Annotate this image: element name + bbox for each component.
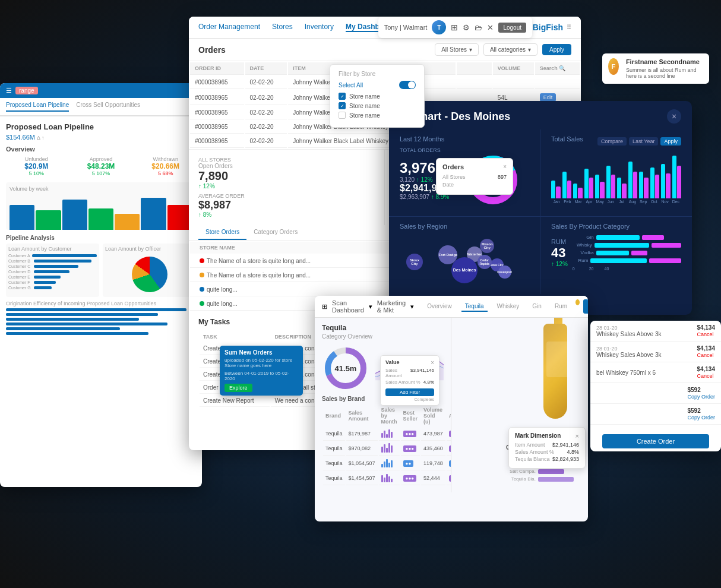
walmart-body: Last 12 Months TOTAL ORDERS 3,976 3,120 … — [389, 129, 692, 216]
chevron-icon-2: ▾ — [410, 303, 414, 311]
origination-efficiency: Origination Efficiency of Incoming Propo… — [6, 301, 196, 335]
recent-orders-panel: 28 01-20 Whiskey Sales Above 3k $4,134 C… — [590, 321, 721, 451]
col-store-name: STORE NAME — [190, 242, 416, 254]
close-button[interactable]: × — [667, 109, 681, 124]
tab-tequila[interactable]: Tequila — [461, 302, 488, 312]
nav-grid-icon: ⠿ — [567, 24, 571, 31]
chevron-down-icon: ▾ — [469, 46, 472, 53]
col-order-id: ORDER ID — [190, 62, 244, 75]
hamburger-icon: ☰ — [6, 87, 12, 94]
tab-gin[interactable]: Gin — [529, 302, 545, 312]
popup-close[interactable]: × — [503, 163, 507, 170]
mark-dimension-popup: Mark Dimension × Item Amount $2,941,146 … — [508, 427, 586, 469]
col-price — [457, 62, 492, 75]
logout-button[interactable]: Logout — [498, 23, 526, 33]
nav-inventory[interactable]: Inventory — [305, 23, 334, 32]
nav-logo: BigFish — [533, 23, 563, 32]
orders-toolbar: Orders All Stores ▾ All categories ▾ App… — [189, 39, 581, 61]
filter-option-1: ✓ Store name — [339, 93, 416, 100]
tab-proposed-loan[interactable]: Proposed Loan Pipeline — [6, 102, 69, 112]
copy-button-2[interactable]: Copy Order — [687, 415, 715, 421]
explore-tooltip: Sum New Orders uploaded on 05-02-220 for… — [220, 346, 303, 396]
tab-cross-sell[interactable]: Cross Sell Opportunities — [76, 102, 140, 112]
checkbox-1[interactable]: ✓ — [339, 93, 346, 100]
explore-button[interactable]: Explore — [224, 384, 252, 392]
brand-row: Tequila $179,987 ●●● 47 — [323, 427, 451, 441]
last-year-button[interactable]: Last Year — [629, 137, 659, 146]
tab-category-orders[interactable]: Category Orders — [246, 225, 305, 240]
nav-stores[interactable]: Stores — [272, 23, 293, 32]
tab-rum[interactable]: Rum — [551, 302, 571, 312]
apply-sales-button[interactable]: Apply — [660, 137, 681, 146]
tequila-nav-icon: ⊞ — [322, 303, 327, 311]
toggle-switch[interactable] — [399, 81, 416, 89]
mark-dim-close[interactable]: × — [575, 432, 579, 440]
folder-icon: 🗁 — [475, 23, 482, 32]
brand-row: Tequila $970,082 ●●● 43 — [323, 442, 451, 456]
last-12-months-label: Last 12 Months — [400, 135, 529, 143]
cancel-button-1[interactable]: Cancel — [697, 331, 713, 337]
category-hbar-chart: Gin Whisky Vodka Rum 0 20 40 — [573, 235, 681, 271]
loan-by-officer-chart: Loan Amount by Officer — [103, 244, 196, 297]
chevron-icon: ▾ — [369, 303, 372, 311]
notification-popup: F Firstname Secondname Summer is all abo… — [602, 53, 709, 84]
col-volume: VOLUME — [493, 62, 534, 75]
filter-toggle-row: Select All — [339, 81, 416, 89]
cancel-button-2[interactable]: Cancel — [697, 352, 713, 358]
filter-dropdown: Filter by Store Select All ✓ Store name … — [330, 64, 425, 128]
loan-title: Proposed Loan Pipeline — [6, 122, 196, 131]
loan-pipeline-panel: ☰ range Proposed Loan Pipeline Cross Sel… — [0, 83, 202, 487]
brand-row: Tequila $1,054,507 ●● 1 — [323, 457, 451, 470]
tab-overview[interactable]: Overview — [423, 302, 456, 312]
col-search: Search 🔍 — [535, 62, 580, 75]
cancel-button-3[interactable]: Cancel — [697, 373, 713, 379]
value-popup-close[interactable]: × — [431, 359, 434, 366]
loan-by-customer-chart: Loan Amount by Customer Customer A Custo… — [6, 244, 99, 297]
walmart-modal: Walmart - Des Moines × Last 12 Months TO… — [389, 101, 692, 315]
sales-by-region: Sales by Region Sioux City Fort Dodge Ma… — [389, 217, 540, 294]
tab-whiskey[interactable]: Whiskey — [494, 302, 523, 312]
brand-row: Tequila $1,454,507 ●●● — [323, 472, 451, 485]
avatar: T — [432, 20, 446, 34]
copy-button-1[interactable]: Copy Order — [687, 394, 715, 400]
chevron-down-icon-2: ▾ — [528, 46, 531, 53]
checkbox-2[interactable]: ✓ — [339, 102, 346, 109]
recent-order-row-2: 28 01-20 Whiskey Sales Above 3k $4,134 C… — [590, 342, 721, 362]
all-stores-filter[interactable]: All Stores ▾ — [435, 43, 479, 56]
loan-header: ☰ range — [0, 83, 202, 98]
tequila-export-button[interactable]: ⤓ View — [583, 299, 588, 314]
recent-order-row-5: $592 Copy Order — [590, 404, 721, 425]
overview-title: Overview — [6, 146, 196, 153]
add-filter-button[interactable]: Add Filter — [385, 388, 434, 396]
tequila-tabs: Overview Tequila Whiskey Gin Rum — [423, 302, 571, 312]
tab-store-orders[interactable]: Store Orders — [198, 225, 246, 240]
status-dot — [575, 299, 580, 305]
select-all-label[interactable]: Select All — [339, 82, 363, 88]
walmart-right: Total Sales Compare Last Year Apply — [540, 129, 692, 216]
search-icon[interactable]: 🔍 — [559, 65, 565, 71]
loan-header-label: range — [15, 87, 38, 94]
nav-order-management[interactable]: Order Management — [198, 23, 260, 32]
orders-popup: Orders × All Stores 897 Date — [436, 158, 513, 195]
user-label: Tony | Walmart — [384, 24, 428, 31]
sales-by-category: Sales By Product Category RUM 43 ↑ 12% G… — [540, 217, 692, 294]
open-orders-box: ALL STORES Open Orders 7,890 ↑ 12% AVERA… — [189, 150, 385, 225]
apply-button[interactable]: Apply — [542, 44, 571, 55]
user-bar: Tony | Walmart T ⊞ ⚙ 🗁 ✕ Logout — [378, 17, 532, 38]
tequila-right: Category Analysis Tequila Tequila Blc. S… — [451, 318, 588, 492]
edit-button[interactable]: Edit — [540, 93, 556, 102]
bottle-image — [535, 318, 582, 425]
compare-button[interactable]: Compare — [597, 137, 627, 146]
checkbox-3[interactable] — [339, 112, 346, 119]
tequila-nav: ⊞ Scan Dashboard ▾ Marketing & Mkt ▾ Ove… — [315, 296, 588, 318]
all-categories-filter[interactable]: All categories ▾ — [483, 43, 537, 56]
orders-title: Orders — [198, 45, 226, 55]
value-popup: Value × Sales Amount $3,941,146 Sales Am… — [380, 355, 439, 406]
bar-chart-labels: Jan Feb Mar Apr May Jun Jul Aug Sep Oct … — [551, 200, 681, 204]
tools-icon: ✕ — [487, 23, 494, 32]
pipeline-analysis-title: Pipeline Analysis — [6, 235, 196, 241]
rum-stat: RUM 43 ↑ 12% — [551, 238, 568, 267]
create-order-button[interactable]: Create Order — [602, 434, 709, 448]
notif-name: Firstname Secondname — [626, 58, 703, 65]
volume-chart: Volume by week — [6, 182, 196, 230]
